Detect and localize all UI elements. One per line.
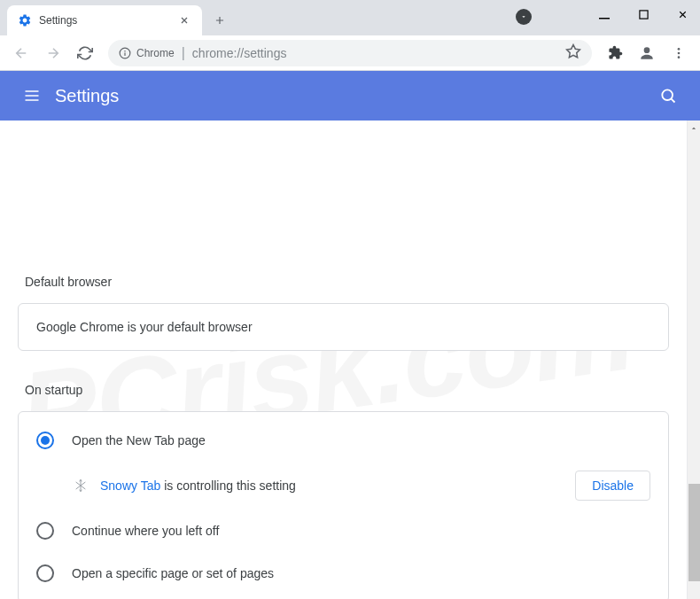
extension-notice-text: is controlling this setting xyxy=(164,478,575,493)
scroll-up-icon[interactable] xyxy=(688,121,700,136)
scrollbar-thumb[interactable] xyxy=(688,484,700,581)
disable-extension-button[interactable]: Disable xyxy=(575,471,650,501)
svg-point-3 xyxy=(124,50,126,51)
on-startup-card: Open the New Tab page Snowy Tab is contr… xyxy=(18,411,669,599)
extension-link[interactable]: Snowy Tab xyxy=(100,478,160,493)
close-window-button[interactable] xyxy=(673,5,691,23)
radio-unselected-icon[interactable] xyxy=(36,522,54,540)
browser-toolbar: Chrome | chrome://settings xyxy=(0,35,700,71)
search-icon[interactable] xyxy=(650,78,686,113)
section-on-startup-title: On startup xyxy=(25,383,669,397)
back-button[interactable] xyxy=(7,39,35,67)
extension-controlling-notice: Snowy Tab is controlling this setting Di… xyxy=(36,462,650,510)
radio-selected-icon[interactable] xyxy=(36,432,54,449)
browser-tab[interactable]: Settings xyxy=(7,5,202,35)
svg-rect-1 xyxy=(639,10,647,18)
new-tab-button[interactable] xyxy=(207,8,232,33)
svg-point-7 xyxy=(678,48,681,51)
svg-rect-4 xyxy=(124,52,125,56)
close-tab-icon[interactable] xyxy=(177,13,191,27)
startup-option-newtab[interactable]: Open the New Tab page xyxy=(36,419,650,462)
default-browser-card: Google Chrome is your default browser xyxy=(18,303,669,351)
extensions-icon[interactable] xyxy=(601,39,629,67)
url-scheme: Chrome xyxy=(136,47,175,59)
bookmark-star-icon[interactable] xyxy=(565,43,581,63)
reload-button[interactable] xyxy=(71,39,99,67)
menu-hamburger-icon[interactable] xyxy=(14,78,50,113)
browser-titlebar: Settings xyxy=(0,0,700,35)
site-info-icon[interactable]: Chrome xyxy=(119,47,175,59)
settings-appbar: Settings xyxy=(0,71,700,121)
default-browser-message: Google Chrome is your default browser xyxy=(36,320,650,334)
svg-point-10 xyxy=(662,89,673,100)
window-controls xyxy=(595,5,691,23)
section-default-browser-title: Default browser xyxy=(25,275,669,289)
address-bar[interactable]: Chrome | chrome://settings xyxy=(108,40,592,66)
chrome-menu-icon[interactable] xyxy=(665,39,693,67)
svg-point-8 xyxy=(678,51,681,54)
media-control-badge[interactable] xyxy=(516,9,532,25)
snowflake-icon xyxy=(72,477,89,494)
settings-gear-icon xyxy=(18,13,32,27)
svg-rect-0 xyxy=(599,18,610,19)
svg-point-9 xyxy=(678,56,681,58)
url-separator: | xyxy=(182,45,185,61)
startup-option-specific-pages[interactable]: Open a specific page or set of pages xyxy=(36,552,650,595)
url-text: chrome://settings xyxy=(192,46,287,60)
tab-title: Settings xyxy=(39,14,177,27)
settings-content: PCrisk.com Default browser Google Chrome… xyxy=(0,121,687,599)
maximize-button[interactable] xyxy=(634,5,652,23)
radio-label: Open the New Tab page xyxy=(72,433,206,447)
forward-button[interactable] xyxy=(39,39,67,67)
radio-label: Open a specific page or set of pages xyxy=(72,566,274,580)
svg-marker-5 xyxy=(567,44,580,57)
radio-unselected-icon[interactable] xyxy=(36,564,54,582)
radio-label: Continue where you left off xyxy=(72,524,219,538)
page-title: Settings xyxy=(55,86,650,106)
minimize-button[interactable] xyxy=(595,5,613,23)
svg-point-6 xyxy=(644,47,650,53)
startup-option-continue[interactable]: Continue where you left off xyxy=(36,510,650,552)
scrollbar[interactable] xyxy=(687,121,700,599)
profile-avatar-icon[interactable] xyxy=(633,39,661,67)
